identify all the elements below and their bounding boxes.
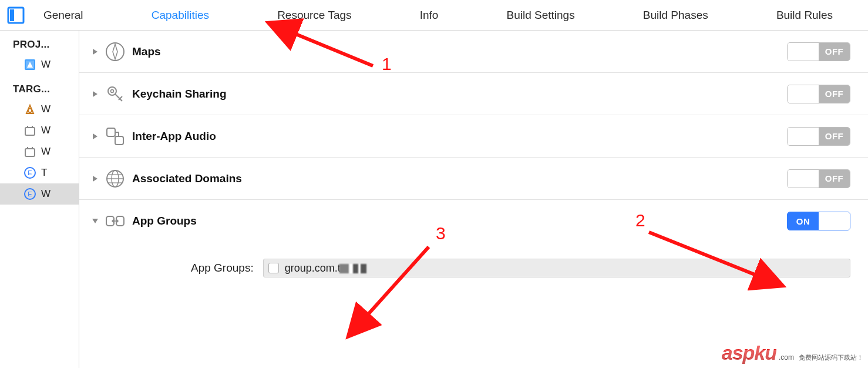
sidebar-item-label: W xyxy=(41,125,51,136)
app-target-icon xyxy=(23,103,36,116)
sidebar-item-label: W xyxy=(41,59,51,71)
sidebar-target-item[interactable]: W xyxy=(0,141,79,162)
sidebar-heading-project: PROJ... xyxy=(0,31,79,54)
editor-tabs: General Capabilities Resource Tags Info … xyxy=(43,9,868,22)
app-group-value: group.com.t xyxy=(285,262,366,275)
svg-point-16 xyxy=(108,87,116,95)
tab-info[interactable]: Info xyxy=(420,9,439,22)
svg-point-4 xyxy=(28,109,32,112)
capability-title: App Groups xyxy=(132,215,787,228)
tab-build-settings[interactable]: Build Settings xyxy=(507,9,575,22)
disclosure-triangle-icon[interactable] xyxy=(91,132,99,140)
sidebar-target-item[interactable]: E W xyxy=(0,183,79,205)
sidebar-project-item[interactable]: W xyxy=(0,54,79,75)
capabilities-panel: Maps OFF Keychain Sharing OFF Inter-App … xyxy=(79,31,868,368)
globe-icon xyxy=(104,168,126,190)
app-groups-icon xyxy=(104,210,126,232)
svg-rect-9 xyxy=(27,147,28,149)
svg-text:E: E xyxy=(28,169,32,176)
extension-target-icon xyxy=(23,124,36,137)
capability-toggle[interactable]: OFF xyxy=(787,127,850,146)
obscured-text xyxy=(339,264,366,273)
capability-toggle[interactable]: ON xyxy=(787,212,850,230)
toggle-on-label: ON xyxy=(788,212,819,230)
sidebar-item-label: W xyxy=(41,146,51,158)
app-group-checkbox[interactable] xyxy=(268,263,279,273)
capability-toggle[interactable]: OFF xyxy=(787,169,850,188)
capability-title: Maps xyxy=(132,45,787,58)
svg-point-17 xyxy=(111,89,114,92)
extension-badge-icon: E xyxy=(23,188,36,200)
editor-tabbar: General Capabilities Resource Tags Info … xyxy=(0,0,868,31)
svg-rect-7 xyxy=(32,126,33,128)
svg-rect-10 xyxy=(32,147,33,149)
capability-toggle[interactable]: OFF xyxy=(787,85,850,103)
svg-rect-18 xyxy=(107,128,115,136)
sidebar-item-label: W xyxy=(41,103,51,115)
disclosure-triangle-icon[interactable] xyxy=(91,217,99,225)
sidebar-item-label: W xyxy=(41,188,51,200)
extension-target-icon xyxy=(23,145,36,158)
sidebar-target-item[interactable]: E T xyxy=(0,162,79,183)
app-groups-field-label: App Groups: xyxy=(191,262,254,275)
toggle-off-label: OFF xyxy=(819,170,850,188)
svg-rect-1 xyxy=(10,9,14,21)
capability-title: Keychain Sharing xyxy=(132,88,787,101)
tab-build-phases[interactable]: Build Phases xyxy=(643,9,708,22)
sidebar-heading-targets: TARG... xyxy=(0,75,79,99)
capability-row-keychain[interactable]: Keychain Sharing OFF xyxy=(79,73,868,115)
toggle-off-label: OFF xyxy=(819,85,850,103)
annotation-label-2: 2 xyxy=(635,210,645,230)
sidebar-target-item[interactable]: W xyxy=(0,120,79,141)
annotation-label-1: 1 xyxy=(382,54,392,74)
sidebar-item-label: T xyxy=(41,167,47,179)
tab-capabilities[interactable]: Capabilities xyxy=(152,9,209,22)
sidebar-target-item[interactable]: W xyxy=(0,99,79,120)
capability-toggle[interactable]: OFF xyxy=(787,42,850,61)
capability-row-associated-domains[interactable]: Associated Domains OFF xyxy=(79,158,868,200)
capability-title: Inter-App Audio xyxy=(132,130,787,143)
capability-row-app-groups[interactable]: App Groups ON xyxy=(79,200,868,242)
svg-text:E: E xyxy=(28,190,32,198)
tab-general[interactable]: General xyxy=(43,9,83,22)
disclosure-triangle-icon[interactable] xyxy=(91,48,99,56)
toggle-off-label: OFF xyxy=(819,43,850,61)
tab-resource-tags[interactable]: Resource Tags xyxy=(277,9,351,22)
app-groups-listbox[interactable]: group.com.t xyxy=(263,259,850,277)
svg-rect-19 xyxy=(115,136,123,145)
toggle-off-label: OFF xyxy=(819,128,850,145)
capability-row-inter-app-audio[interactable]: Inter-App Audio OFF xyxy=(79,115,868,158)
svg-rect-6 xyxy=(27,126,28,128)
capability-title: Associated Domains xyxy=(132,172,787,185)
annotation-label-3: 3 xyxy=(436,223,446,243)
svg-rect-5 xyxy=(25,128,35,135)
xcode-project-icon xyxy=(23,58,36,71)
project-navigator-toggle-icon[interactable] xyxy=(6,5,26,25)
key-icon xyxy=(104,83,126,105)
disclosure-triangle-icon[interactable] xyxy=(91,90,99,98)
tab-build-rules[interactable]: Build Rules xyxy=(776,9,833,22)
targets-sidebar: PROJ... W TARG... W W W E T E W xyxy=(0,31,79,368)
svg-rect-8 xyxy=(25,149,35,156)
extension-badge-icon: E xyxy=(23,166,36,179)
compass-icon xyxy=(104,41,126,63)
app-groups-detail: App Groups: group.com.t xyxy=(79,242,868,282)
inter-app-audio-icon xyxy=(104,125,126,148)
disclosure-triangle-icon[interactable] xyxy=(91,175,99,183)
capability-row-maps[interactable]: Maps OFF xyxy=(79,31,868,73)
